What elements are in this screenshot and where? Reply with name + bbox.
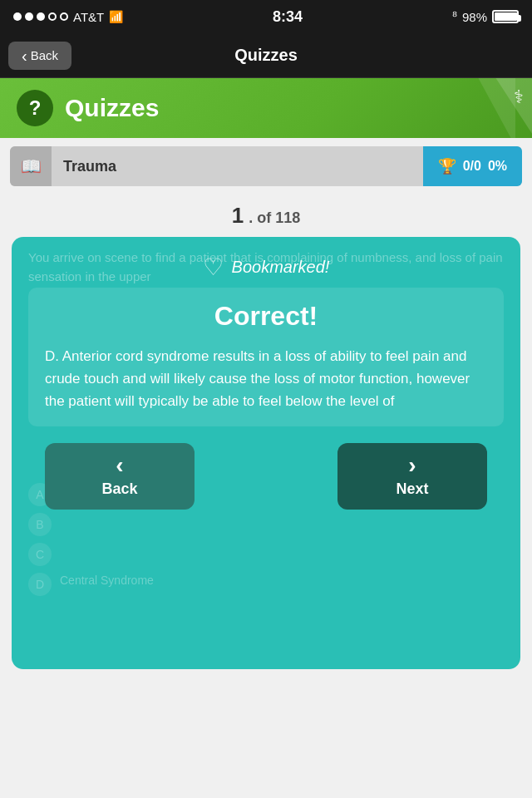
dot-5 (60, 12, 68, 21)
dot-3 (37, 12, 45, 21)
choice-c-letter: C (28, 543, 52, 566)
battery-body (492, 10, 519, 23)
medical-icon: ⚕ (514, 86, 524, 108)
battery-percent: 98% (462, 10, 487, 24)
choice-d-letter: D (28, 573, 52, 596)
dot-4 (48, 12, 57, 21)
choice-b: B (28, 513, 504, 536)
category-name: Trauma (52, 158, 423, 175)
nav-back-button[interactable]: Back (8, 42, 71, 70)
quiz-banner-title: Quizzes (65, 94, 159, 122)
battery-fill (495, 12, 517, 21)
score-value: 0/0 (463, 159, 481, 174)
nav-buttons: ‹ Back › Next (28, 443, 504, 510)
signal-dots (13, 12, 68, 21)
wifi-icon: 📶 (109, 10, 123, 23)
correct-title: Correct! (45, 301, 487, 332)
bluetooth-icon: ⁸ (452, 9, 457, 24)
book-icon: 📖 (21, 156, 42, 176)
heart-icon: ♡ (203, 254, 224, 281)
score-badge: 🏆 0/0 0% (423, 146, 522, 186)
next-quiz-button[interactable]: › Next (337, 443, 487, 510)
banner-arrow-2 (474, 78, 515, 138)
bookmark-area: ♡ Bookmarked! (28, 254, 504, 281)
status-left: AT&T 📶 (13, 10, 123, 24)
category-bar: 📖 Trauma 🏆 0/0 0% (10, 146, 522, 186)
choice-d: D Central Syndrome (28, 573, 504, 596)
score-percent: 0% (488, 159, 507, 174)
back-quiz-button[interactable]: ‹ Back (45, 443, 195, 510)
back-button-label: Back (31, 48, 58, 62)
nav-bar: Back Quizzes (0, 33, 532, 78)
quiz-banner: ? Quizzes ⚕ (0, 78, 532, 138)
dot-2 (25, 12, 33, 21)
status-right: ⁸ 98% (452, 9, 519, 24)
nav-title: Quizzes (234, 46, 298, 65)
dot-1 (13, 12, 22, 21)
battery-icon (492, 10, 519, 23)
question-of: . of 118 (249, 209, 300, 226)
bookmarked-label: Bookmarked! (232, 258, 330, 277)
carrier-label: AT&T (73, 10, 104, 24)
choice-c: C (28, 543, 504, 566)
status-time: 8:34 (273, 8, 303, 26)
question-number: 1 . of 118 (12, 203, 520, 229)
main-content: 1 . of 118 You arrive on scene to find a… (0, 195, 532, 677)
quiz-card: You arrive on scene to find a patient th… (12, 237, 520, 669)
back-btn-label: Back (101, 480, 137, 498)
trophy-icon: 🏆 (438, 157, 456, 175)
choice-b-letter: B (28, 513, 52, 536)
category-icon-box: 📖 (10, 146, 52, 186)
question-num: 1 (232, 203, 244, 228)
next-arrow-icon: › (408, 454, 416, 477)
banner-decoration: ⚕ (432, 78, 532, 138)
explanation-text: D. Anterior cord syndrome results in a l… (45, 345, 487, 413)
correct-overlay: Correct! D. Anterior cord syndrome resul… (28, 288, 504, 426)
status-bar: AT&T 📶 8:34 ⁸ 98% (0, 0, 532, 33)
quiz-banner-icon: ? (17, 90, 53, 126)
back-arrow-icon: ‹ (116, 454, 123, 477)
next-btn-label: Next (396, 480, 428, 498)
choice-d-text: Central Syndrome (60, 573, 154, 589)
